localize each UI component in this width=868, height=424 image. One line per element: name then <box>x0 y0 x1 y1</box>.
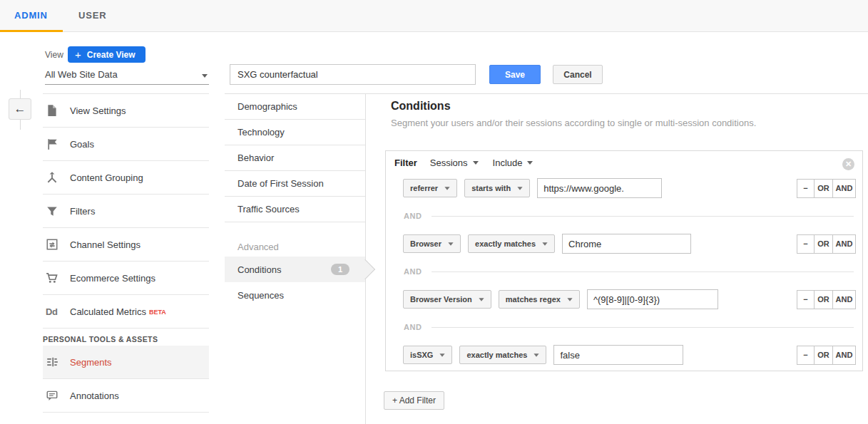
chevron-down-icon <box>542 242 547 246</box>
condition-value-input[interactable] <box>553 345 683 365</box>
chevron-down-icon <box>479 298 484 301</box>
conditions-subtitle: Segment your users and/or their sessions… <box>391 118 756 128</box>
sidebar-item-label: Annotations <box>70 391 119 401</box>
merge-icon <box>46 171 58 184</box>
dimension-dropdown[interactable]: Browser Version <box>403 290 491 309</box>
chevron-down-icon <box>567 298 572 301</box>
dimension-dropdown[interactable]: referrer <box>403 179 457 197</box>
channel-icon <box>46 238 58 251</box>
chevron-down-icon <box>527 161 533 165</box>
sidebar-item-goals[interactable]: Goals <box>43 128 209 161</box>
close-filter-icon[interactable]: ✕ <box>842 158 854 170</box>
admin-sidebar: View Settings Goals Content Grouping Fil… <box>43 93 209 413</box>
top-tab-bar: ADMIN USER <box>0 0 868 32</box>
dimension-dropdown[interactable]: isSXG <box>403 346 452 364</box>
sidebar-item-annotations[interactable]: Annotations <box>43 379 209 413</box>
flag-icon <box>46 138 58 150</box>
save-button[interactable]: Save <box>489 65 541 84</box>
add-filter-button[interactable]: + Add Filter <box>384 391 444 410</box>
sidebar-item-content-grouping[interactable]: Content Grouping <box>43 161 209 195</box>
view-selector-dropdown[interactable]: All Web Site Data <box>45 69 209 85</box>
remove-condition-button[interactable]: − <box>797 290 815 309</box>
operator-dropdown[interactable]: matches regex <box>499 290 580 309</box>
or-button[interactable]: OR <box>814 346 833 365</box>
sidebar-item-label: Filters <box>70 206 95 217</box>
condition-row: Browser exactly matches − OR AND <box>403 233 856 254</box>
and-button[interactable]: AND <box>832 346 856 365</box>
scope-dropdown[interactable]: Sessions <box>426 157 483 168</box>
sidebar-item-label: Calculated MetricsBETA <box>70 306 166 317</box>
chevron-down-icon <box>518 187 523 190</box>
condition-value-input[interactable] <box>562 234 691 254</box>
condition-row: Browser Version matches regex − OR AND <box>403 289 856 310</box>
segment-name-input[interactable] <box>230 64 476 85</box>
sidebar-item-ecommerce-settings[interactable]: Ecommerce Settings <box>43 262 209 295</box>
sidebar-item-label: Channel Settings <box>70 239 141 250</box>
view-selector-value: All Web Site Data <box>45 69 118 80</box>
chevron-down-icon <box>534 353 539 357</box>
chevron-down-icon <box>445 187 450 190</box>
sidebar-item-calculated-metrics[interactable]: Dd Calculated MetricsBETA <box>43 295 209 329</box>
category-date-of-first-session[interactable]: Date of First Session <box>225 171 365 197</box>
or-button[interactable]: OR <box>814 179 833 198</box>
chevron-down-icon <box>448 242 453 246</box>
row-controls: − OR AND <box>797 234 856 254</box>
category-label: Sequences <box>238 290 284 301</box>
condition-value-input[interactable] <box>587 289 718 309</box>
condition-value-input[interactable] <box>537 178 662 198</box>
sidebar-item-filters[interactable]: Filters <box>43 195 209 228</box>
remove-condition-button[interactable]: − <box>797 234 815 254</box>
create-view-button[interactable]: + Create View <box>68 46 145 63</box>
cancel-button[interactable]: Cancel <box>553 65 603 84</box>
beta-badge: BETA <box>149 309 166 316</box>
category-sequences[interactable]: Sequences <box>225 282 365 308</box>
create-view-label: Create View <box>87 50 136 60</box>
operator-dropdown[interactable]: exactly matches <box>468 234 555 253</box>
row-controls: − OR AND <box>797 290 856 309</box>
personal-tools-section-header: PERSONAL TOOLS & ASSETS <box>43 329 209 346</box>
document-icon <box>46 104 58 117</box>
category-conditions[interactable]: Conditions 1 <box>225 257 365 282</box>
remove-condition-button[interactable]: − <box>797 179 815 198</box>
dimension-dropdown[interactable]: Browser <box>403 234 461 253</box>
operator-dropdown[interactable]: starts with <box>464 179 530 197</box>
tab-user[interactable]: USER <box>78 10 106 21</box>
sidebar-item-label: View Settings <box>70 105 126 116</box>
and-separator: AND <box>404 322 854 332</box>
plus-icon: + <box>75 48 81 61</box>
sidebar-item-channel-settings[interactable]: Channel Settings <box>43 228 209 262</box>
include-dropdown[interactable]: Include <box>489 157 538 168</box>
category-demographics[interactable]: Demographics <box>225 94 365 120</box>
and-separator: AND <box>404 267 854 276</box>
filter-header: Filter Sessions Include <box>394 157 537 168</box>
sidebar-item-label: Ecommerce Settings <box>70 273 155 284</box>
sidebar-item-label: Goals <box>70 139 94 150</box>
advanced-section-label: Advanced <box>225 238 365 257</box>
sidebar-item-segments[interactable]: Segments <box>43 346 209 379</box>
category-traffic-sources[interactable]: Traffic Sources <box>225 197 365 222</box>
row-controls: − OR AND <box>797 179 856 198</box>
condition-row: isSXG exactly matches − OR AND <box>403 344 856 366</box>
category-behavior[interactable]: Behavior <box>225 145 365 171</box>
filter-label: Filter <box>394 157 417 168</box>
annotations-icon <box>46 389 58 402</box>
operator-dropdown[interactable]: exactly matches <box>459 346 546 364</box>
condition-count-badge: 1 <box>331 264 349 275</box>
and-button[interactable]: AND <box>832 290 856 309</box>
or-button[interactable]: OR <box>814 290 833 309</box>
conditions-title: Conditions <box>391 100 451 113</box>
or-button[interactable]: OR <box>814 234 833 254</box>
chevron-down-icon <box>473 161 479 165</box>
funnel-icon <box>46 205 58 217</box>
and-button[interactable]: AND <box>832 179 856 198</box>
category-label: Conditions <box>238 264 281 275</box>
cart-icon <box>46 272 58 284</box>
segment-category-list: Demographics Technology Behavior Date of… <box>225 94 366 424</box>
back-button[interactable]: ← <box>9 98 31 120</box>
and-button[interactable]: AND <box>832 234 856 254</box>
category-technology[interactable]: Technology <box>225 120 365 145</box>
sidebar-item-view-settings[interactable]: View Settings <box>43 94 209 128</box>
tab-admin[interactable]: ADMIN <box>14 10 48 21</box>
filter-panel: Filter Sessions Include ✕ referrer start… <box>385 150 863 371</box>
remove-condition-button[interactable]: − <box>797 346 815 365</box>
